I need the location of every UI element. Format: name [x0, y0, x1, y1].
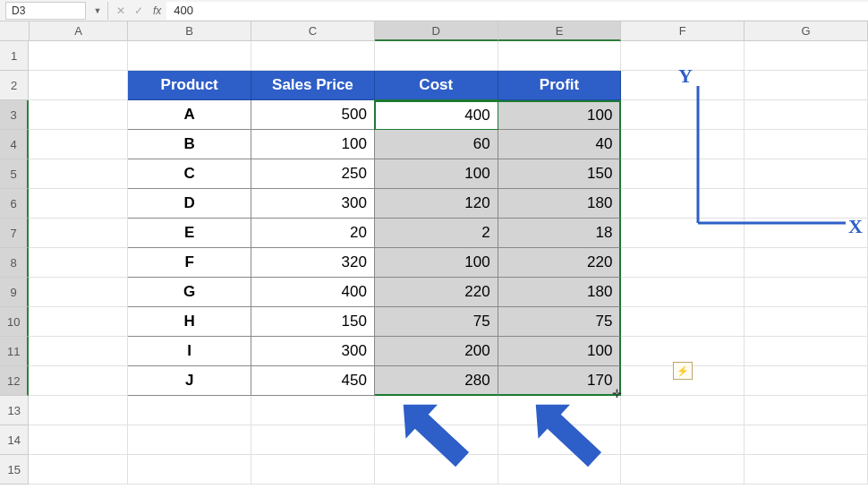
- cell-D10[interactable]: 75: [375, 307, 498, 337]
- row-header-9[interactable]: 9: [0, 278, 29, 307]
- cell-A7[interactable]: [29, 219, 128, 248]
- cell-A8[interactable]: [29, 248, 128, 278]
- cell-D6[interactable]: 120: [375, 189, 498, 219]
- cell-D1[interactable]: [375, 41, 498, 71]
- cell-C11[interactable]: 300: [251, 337, 375, 366]
- column-header-G[interactable]: G: [745, 21, 868, 41]
- fx-icon[interactable]: fx: [153, 4, 161, 17]
- cell-A15[interactable]: [29, 455, 128, 485]
- column-header-F[interactable]: F: [621, 21, 745, 41]
- cell-C3[interactable]: 500: [251, 100, 375, 130]
- row-header-10[interactable]: 10: [0, 307, 29, 337]
- row-header-12[interactable]: 12: [0, 366, 29, 396]
- cell-E9[interactable]: 180: [498, 278, 622, 307]
- cell-E5[interactable]: 150: [498, 159, 622, 189]
- cell-F8[interactable]: [621, 248, 745, 278]
- cell-B4[interactable]: B: [128, 130, 251, 159]
- column-header-E[interactable]: E: [498, 21, 622, 41]
- formula-input[interactable]: 400: [166, 2, 868, 20]
- cell-B3[interactable]: A: [128, 100, 251, 130]
- row-header-7[interactable]: 7: [0, 219, 29, 248]
- cell-B2[interactable]: Product: [128, 71, 251, 100]
- row-header-13[interactable]: 13: [0, 396, 29, 425]
- cell-B15[interactable]: [128, 455, 251, 485]
- cell-A1[interactable]: [29, 41, 128, 71]
- cell-A14[interactable]: [29, 425, 128, 455]
- cell-A2[interactable]: [29, 71, 128, 100]
- cell-C8[interactable]: 320: [251, 248, 375, 278]
- cell-E12[interactable]: 170: [498, 366, 622, 396]
- cell-F7[interactable]: [621, 219, 745, 248]
- cell-B13[interactable]: [128, 396, 251, 425]
- cell-B11[interactable]: I: [128, 337, 251, 366]
- cell-A12[interactable]: [29, 366, 128, 396]
- cell-C7[interactable]: 20: [251, 219, 375, 248]
- cell-A6[interactable]: [29, 189, 128, 219]
- cell-B14[interactable]: [128, 425, 251, 455]
- row-header-1[interactable]: 1: [0, 41, 29, 71]
- row-header-3[interactable]: 3: [0, 100, 29, 130]
- cell-B12[interactable]: J: [128, 366, 251, 396]
- row-header-8[interactable]: 8: [0, 248, 29, 278]
- cell-C13[interactable]: [251, 396, 375, 425]
- cell-A5[interactable]: [29, 159, 128, 189]
- cell-F5[interactable]: [621, 159, 745, 189]
- column-header-B[interactable]: B: [128, 21, 251, 41]
- cell-G11[interactable]: [745, 337, 868, 366]
- cell-C6[interactable]: 300: [251, 189, 375, 219]
- quick-analysis-icon[interactable]: ⚡: [673, 362, 693, 380]
- cell-B9[interactable]: G: [128, 278, 251, 307]
- cell-G4[interactable]: [745, 130, 868, 159]
- row-header-15[interactable]: 15: [0, 455, 29, 485]
- cell-G3[interactable]: [745, 100, 868, 130]
- cell-G2[interactable]: [745, 71, 868, 100]
- cell-F9[interactable]: [621, 278, 745, 307]
- cell-E6[interactable]: 180: [498, 189, 622, 219]
- cell-C9[interactable]: 400: [251, 278, 375, 307]
- cell-D11[interactable]: 200: [375, 337, 498, 366]
- cell-F15[interactable]: [621, 455, 745, 485]
- cell-D5[interactable]: 100: [375, 159, 498, 189]
- cell-A10[interactable]: [29, 307, 128, 337]
- row-header-2[interactable]: 2: [0, 71, 29, 100]
- cell-E2[interactable]: Profit: [498, 71, 622, 100]
- cell-D9[interactable]: 220: [375, 278, 498, 307]
- cell-B5[interactable]: C: [128, 159, 251, 189]
- cell-C12[interactable]: 450: [251, 366, 375, 396]
- cell-E8[interactable]: 220: [498, 248, 622, 278]
- cell-E4[interactable]: 40: [498, 130, 622, 159]
- cell-C5[interactable]: 250: [251, 159, 375, 189]
- cell-E10[interactable]: 75: [498, 307, 622, 337]
- row-header-4[interactable]: 4: [0, 130, 29, 159]
- cell-G12[interactable]: [745, 366, 868, 396]
- cell-E1[interactable]: [498, 41, 622, 71]
- row-header-11[interactable]: 11: [0, 337, 29, 366]
- cell-F14[interactable]: [621, 425, 745, 455]
- row-header-5[interactable]: 5: [0, 159, 29, 189]
- row-header-14[interactable]: 14: [0, 425, 29, 455]
- cell-G13[interactable]: [745, 396, 868, 425]
- cell-A11[interactable]: [29, 337, 128, 366]
- column-header-C[interactable]: C: [251, 21, 375, 41]
- cell-E13[interactable]: [498, 396, 622, 425]
- cell-G10[interactable]: [745, 307, 868, 337]
- cell-D14[interactable]: [375, 425, 498, 455]
- cell-G15[interactable]: [745, 455, 868, 485]
- cell-C2[interactable]: Sales Price: [251, 71, 375, 100]
- cell-E7[interactable]: 18: [498, 219, 622, 248]
- cell-G14[interactable]: [745, 425, 868, 455]
- cell-G9[interactable]: [745, 278, 868, 307]
- cell-D15[interactable]: [375, 455, 498, 485]
- cell-A4[interactable]: [29, 130, 128, 159]
- cell-F13[interactable]: [621, 396, 745, 425]
- name-box[interactable]: D3: [5, 2, 86, 20]
- cell-B7[interactable]: E: [128, 219, 251, 248]
- cell-B1[interactable]: [128, 41, 251, 71]
- cell-D7[interactable]: 2: [375, 219, 498, 248]
- cell-A13[interactable]: [29, 396, 128, 425]
- cancel-icon[interactable]: ✕: [112, 2, 130, 20]
- cell-A9[interactable]: [29, 278, 128, 307]
- cell-A3[interactable]: [29, 100, 128, 130]
- cell-G1[interactable]: [745, 41, 868, 71]
- name-box-dropdown-icon[interactable]: ▼: [91, 6, 104, 15]
